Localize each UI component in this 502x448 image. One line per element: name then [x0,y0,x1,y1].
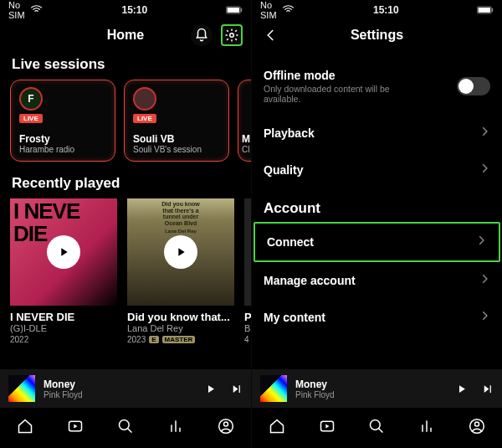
live-badge: LIVE [19,114,43,123]
album-year: 4 [244,335,249,344]
svg-rect-1 [241,8,243,13]
clock: 15:10 [121,4,147,16]
nav-search-icon[interactable] [368,418,385,438]
album-card[interactable]: I NEVE DIE I NEVER DIE (G)I-DLE 2022 [10,198,117,344]
svg-point-7 [224,422,228,426]
play-icon[interactable] [204,383,217,395]
play-icon[interactable] [47,235,80,269]
live-card-sub: Souli VB's session [133,145,220,154]
setting-playback[interactable]: Playback [252,115,502,152]
live-card-sub: Cl [242,145,251,154]
album-title: Did you know that... [127,311,234,323]
nav-profile-icon[interactable] [469,418,485,438]
svg-point-12 [371,420,381,430]
setting-title: Offline mode [264,69,423,82]
chevron-right-icon [475,234,487,250]
offline-toggle[interactable] [457,77,490,95]
now-playing-artist: Pink Floyd [44,390,196,399]
battery-icon [477,6,494,14]
now-playing-art [260,375,287,402]
album-artist: B [244,323,251,333]
live-card[interactable]: LIVE Souli VB Souli VB's session [124,80,229,162]
setting-title: Playback [264,126,315,140]
setting-connect[interactable]: Connect [254,222,500,262]
album-cover: Did you know that there's a tunnel under… [127,198,234,306]
nav-video-icon[interactable] [67,418,84,438]
live-card-name: Souli VB [133,133,220,145]
master-tag: MASTER [162,336,196,343]
album-artist: Lana Del Rey [127,323,234,333]
nav-profile-icon[interactable] [218,418,234,438]
bell-icon[interactable] [191,24,213,46]
clock: 15:10 [373,4,399,16]
setting-title: Manage account [264,274,356,287]
play-icon[interactable] [455,383,468,395]
album-card-partial[interactable]: P B 4 [244,198,251,344]
album-cover: I NEVE DIE [10,198,117,306]
home-header: Home [0,20,251,54]
svg-point-5 [120,420,130,430]
live-card-partial[interactable]: M Cl [238,80,251,162]
play-icon[interactable] [164,235,197,269]
live-card-name: Frosty [19,133,106,145]
nav-home-icon[interactable] [269,418,285,438]
explicit-tag: E [149,336,158,343]
bottom-nav [252,408,502,448]
status-bar: No SIM 15:10 [252,0,502,20]
account-section-title: Account [252,188,502,222]
next-icon[interactable] [481,383,494,395]
carrier-label: No SIM [260,0,277,20]
now-playing-title: Money [44,378,196,390]
next-icon[interactable] [230,383,243,395]
recently-played-title: Recently played [0,173,251,198]
album-cover [244,198,251,306]
now-playing-title: Money [295,378,447,390]
setting-manage-account[interactable]: Manage account [252,262,502,299]
now-playing-bar[interactable]: Money Pink Floyd [0,369,251,408]
page-title: Settings [252,28,502,43]
wifi-icon [29,3,44,17]
live-sessions-row[interactable]: F LIVE Frosty Harambe radio LIVE Souli V… [0,80,251,173]
setting-my-content[interactable]: My content [252,299,502,336]
settings-icon[interactable] [221,24,243,46]
nav-video-icon[interactable] [319,418,336,438]
album-year: 2022 [10,335,28,344]
recently-played-row[interactable]: I NEVE DIE I NEVER DIE (G)I-DLE 2022 Did… [0,198,251,344]
chevron-right-icon [479,310,490,325]
svg-point-14 [475,422,479,426]
nav-stats-icon[interactable] [418,418,435,438]
album-card[interactable]: Did you know that there's a tunnel under… [127,198,234,344]
live-card[interactable]: F LIVE Frosty Harambe radio [10,80,115,162]
home-screen: No SIM 15:10 Home Live sessions F LIVE F… [0,0,251,448]
live-sessions-title: Live sessions [0,54,251,80]
nav-stats-icon[interactable] [167,418,184,438]
chevron-right-icon [479,162,490,178]
svg-point-3 [230,33,234,38]
settings-list: Offline mode Only downloaded content wil… [252,54,502,369]
now-playing-artist: Pink Floyd [295,390,447,399]
chevron-right-icon [479,126,490,141]
back-icon[interactable] [260,24,282,46]
nav-home-icon[interactable] [17,418,33,438]
wifi-icon [281,3,295,17]
battery-icon [226,6,243,14]
album-artist: (G)I-DLE [10,323,117,333]
setting-offline[interactable]: Offline mode Only downloaded content wil… [252,58,502,115]
setting-title: My content [264,311,325,324]
now-playing-bar[interactable]: Money Pink Floyd [252,369,502,408]
svg-rect-10 [479,8,491,13]
settings-screen: No SIM 15:10 Settings Offline mode Only … [251,0,502,448]
setting-title: Connect [267,235,314,249]
setting-title: Quality [264,163,303,177]
chevron-right-icon [479,273,490,288]
svg-rect-2 [228,8,240,13]
status-bar: No SIM 15:10 [0,0,251,20]
setting-subtitle: Only downloaded content will be availabl… [264,84,423,104]
settings-header: Settings [252,20,502,54]
carrier-label: No SIM [8,0,25,20]
nav-search-icon[interactable] [117,418,134,438]
live-card-name: M [242,133,251,145]
live-card-sub: Harambe radio [19,145,106,154]
setting-quality[interactable]: Quality [252,152,502,188]
album-year: 2023 [127,335,146,344]
